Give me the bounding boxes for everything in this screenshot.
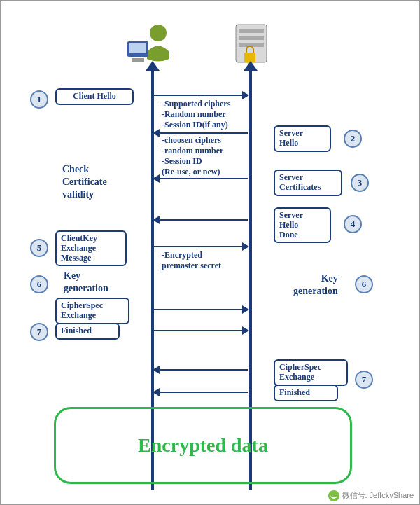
arrow-client-hello <box>153 95 244 96</box>
check-cert-note: Check Certificate validity <box>62 163 107 202</box>
wechat-icon <box>328 490 340 501</box>
step-7s-badge: 7 <box>355 371 373 389</box>
finished-client-box: Finished <box>55 323 120 340</box>
arrow-server-hello <box>158 132 248 134</box>
svg-point-0 <box>150 25 167 41</box>
watermark: 微信号: JeffckyShare <box>328 490 414 501</box>
step-1-badge: 1 <box>30 90 48 109</box>
arrow-finished-client <box>153 330 244 331</box>
step-5-badge: 5 <box>30 239 48 257</box>
arrow-server-hello-done <box>158 219 248 221</box>
svg-rect-5 <box>239 29 264 33</box>
step-6c-badge: 6 <box>30 275 48 293</box>
server-hello-done-box: Server Hello Done <box>274 207 331 243</box>
server-certs-box: Server Certificates <box>274 170 342 196</box>
diagram-root: 1 Client Hello -Supported ciphers -Rando… <box>0 0 420 505</box>
step-2-badge: 2 <box>344 130 362 148</box>
arrow-finished-server <box>158 392 248 393</box>
svg-rect-2 <box>130 43 146 53</box>
arrow-premaster <box>153 246 244 247</box>
key-gen-client: Key generation <box>64 270 108 295</box>
client-key-exchange-box: ClientKey Exchange Message <box>55 230 127 266</box>
svg-rect-6 <box>239 36 264 40</box>
client-hello-box: Client Hello <box>55 88 134 105</box>
client-hello-params: -Supported ciphers -Random number -Sessi… <box>162 99 253 130</box>
step-4-badge: 4 <box>344 215 362 233</box>
step-6s-badge: 6 <box>355 275 373 293</box>
step-7c-badge: 7 <box>30 323 48 341</box>
watermark-text: 微信号: JeffckyShare <box>342 491 414 499</box>
arrow-cipherspec-client <box>153 309 244 310</box>
finished-server-box: Finished <box>274 385 338 401</box>
encrypted-data-label: Encrypted data <box>138 434 268 457</box>
cipherspec-client-box: CipherSpec Exchange <box>55 298 130 324</box>
arrow-cipherspec-server <box>158 369 248 371</box>
svg-rect-3 <box>132 58 144 62</box>
key-gen-server: Key generation <box>293 272 338 298</box>
cipherspec-server-box: CipherSpec Exchange <box>274 359 348 386</box>
server-hello-box: Server Hello <box>274 125 331 152</box>
premaster-note: -Encrypted premaster secret <box>162 250 246 271</box>
encrypted-data-box: Encrypted data <box>54 407 352 484</box>
arrow-server-certs <box>158 178 248 179</box>
step-3-badge: 3 <box>351 174 369 192</box>
server-hello-params: -choosen ciphers -random number -Session… <box>162 135 253 177</box>
